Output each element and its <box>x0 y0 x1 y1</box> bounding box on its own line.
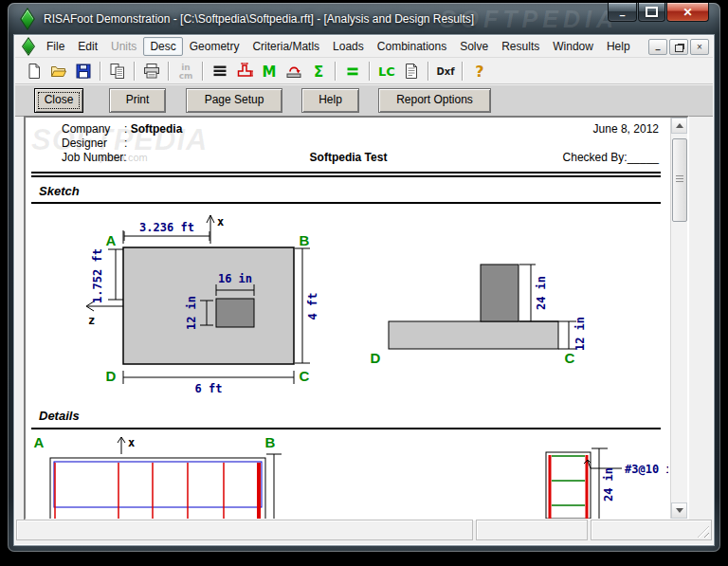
menu-combinations[interactable]: Combinations <box>371 37 453 56</box>
details-canvas: 24 in #3@10 in x A B <box>31 431 668 519</box>
menu-loads[interactable]: Loads <box>326 37 371 56</box>
mdi-minimize-button[interactable]: – <box>648 39 667 55</box>
help-report-button[interactable]: Help <box>301 88 359 113</box>
status-bar <box>16 520 712 540</box>
detail-rebar-end-bar <box>257 463 261 519</box>
action-button-bar: Close Print Page Setup Help Report Optio… <box>15 84 713 117</box>
report-options-button[interactable]: Report Options <box>378 88 491 113</box>
units-icon: incm <box>176 62 195 81</box>
scroll-down-button[interactable] <box>671 502 687 519</box>
maximize-button[interactable] <box>638 3 665 22</box>
svg-text:?: ? <box>475 63 483 81</box>
dim-offset-z: 1.752 ft <box>91 248 104 303</box>
sketch-canvas: 3.236 ft 1.752 ft 4 ft 6 ft 16 in 12 in … <box>31 206 668 411</box>
dim-footing-length: 6 ft <box>195 382 223 395</box>
page-setup-button[interactable]: Page Setup <box>186 88 282 113</box>
footing-dimension-icon <box>235 62 254 81</box>
sigma-icon: Σ <box>309 62 328 81</box>
print-button[interactable] <box>139 60 164 82</box>
detail-dim-column-height: 24 in <box>602 467 615 502</box>
new-file-button[interactable] <box>22 60 46 82</box>
minimize-button[interactable]: – <box>608 3 637 22</box>
footing-geometry-button[interactable] <box>232 60 257 82</box>
detail-rebar-stirrups <box>55 463 224 519</box>
details-corner-labels: A B <box>34 434 276 450</box>
details-corner-a: A <box>34 434 45 450</box>
mdi-close-icon: × <box>697 43 702 52</box>
close-icon: ✕ <box>682 7 692 18</box>
rebar-callout-text: #3@10 in <box>625 463 668 476</box>
menu-edit[interactable]: Edit <box>71 37 104 56</box>
print-report-button[interactable]: Print <box>109 88 166 113</box>
menu-results[interactable]: Results <box>495 37 546 56</box>
copy-icon <box>108 62 127 81</box>
load-combinations-button[interactable]: LC <box>374 60 399 82</box>
elevation-corner-c: C <box>565 350 575 366</box>
open-file-button[interactable] <box>46 60 71 82</box>
company-row: Company: Softpedia <box>62 122 182 137</box>
details-axis-x-label: x <box>128 436 135 449</box>
description-button[interactable] <box>208 60 232 82</box>
report-document-icon <box>402 62 421 81</box>
units-button-disabled: incm <box>173 60 198 82</box>
minimize-icon: – <box>619 10 625 21</box>
toolbar: incm M Σ LC <box>15 58 713 84</box>
axis-z-label: z <box>88 314 95 327</box>
close-window-button[interactable]: ✕ <box>666 3 709 22</box>
scroll-up-button[interactable] <box>671 118 687 134</box>
toolbar-separator <box>202 62 204 81</box>
overturn-check-button[interactable] <box>282 60 306 82</box>
rotation-arrow-icon <box>284 62 303 81</box>
mdi-restore-button[interactable] <box>669 39 688 55</box>
moment-icon: M <box>260 62 279 81</box>
app-window: SOFTPEDIA RISAFoot Demonstration - [C:\S… <box>8 3 720 552</box>
scrollbar-thumb[interactable] <box>672 138 687 222</box>
menu-window[interactable]: Window <box>546 37 600 56</box>
moment-loads-button[interactable]: M <box>257 60 282 82</box>
corner-c: C <box>300 368 310 384</box>
lines-icon <box>210 62 229 81</box>
svg-text:M: M <box>263 63 277 80</box>
solve-button[interactable] <box>340 60 365 82</box>
toolbar-separator <box>134 62 136 81</box>
sketch-section-heading: Sketch <box>39 184 80 198</box>
equals-icon <box>343 62 362 81</box>
report-button[interactable] <box>399 60 424 82</box>
menu-geometry[interactable]: Geometry <box>183 37 246 56</box>
help-button[interactable]: ? <box>467 60 492 82</box>
resize-grip[interactable] <box>698 526 709 538</box>
dim-offset-x: 3.236 ft <box>139 221 194 234</box>
company-separator: : <box>124 122 131 136</box>
designer-row: Designer: <box>62 137 182 151</box>
menu-units: Units <box>104 37 143 56</box>
mdi-close-button[interactable]: × <box>690 39 709 55</box>
menu-criteria-matls[interactable]: Criteria/Matls <box>246 37 326 56</box>
menu-help[interactable]: Help <box>600 37 637 56</box>
dim-column-depth: 12 in <box>185 296 198 330</box>
status-panel-secondary <box>476 520 588 540</box>
menu-desc[interactable]: Desc <box>143 37 182 56</box>
menu-file[interactable]: File <box>40 37 71 56</box>
save-button[interactable] <box>71 60 96 82</box>
details-section-rule <box>31 428 661 429</box>
sum-results-button[interactable]: Σ <box>306 60 331 82</box>
status-panel-tertiary <box>591 520 712 540</box>
dim-footing-thickness: 12 in <box>573 317 587 351</box>
dim-column-width: 16 in <box>218 272 252 285</box>
menu-solve[interactable]: Solve <box>453 37 495 56</box>
report-viewport: SOFTPEDIA pedia.com Company: Softpedia D… <box>24 116 689 520</box>
dxf-export-button[interactable]: Dxf <box>433 60 458 82</box>
toolbar-separator <box>462 62 464 81</box>
window-title: RISAFoot Demonstration - [C:\Softpedia\S… <box>44 12 474 26</box>
toolbar-separator <box>100 62 101 81</box>
column-elevation <box>481 265 519 321</box>
copy-button[interactable] <box>105 60 130 82</box>
close-report-button[interactable]: Close <box>34 88 83 113</box>
app-icon <box>20 7 35 29</box>
company-value: Softpedia <box>131 122 183 136</box>
corner-a: A <box>106 232 117 248</box>
title-bar[interactable]: SOFTPEDIA RISAFoot Demonstration - [C:\S… <box>8 3 720 34</box>
vertical-scrollbar[interactable] <box>670 118 687 519</box>
help-icon: ? <box>470 62 489 81</box>
toolbar-separator <box>168 62 170 81</box>
